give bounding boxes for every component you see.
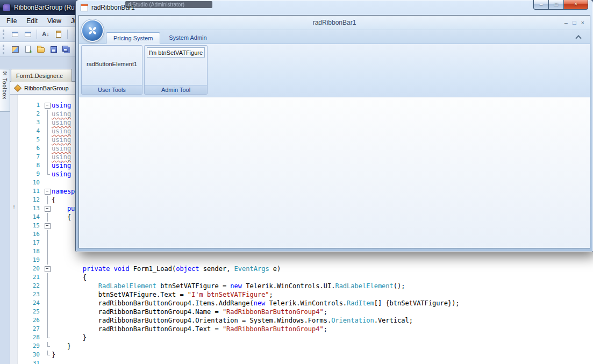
line-number: 10 [18, 179, 44, 187]
code-text[interactable]: using [52, 161, 71, 170]
code-text[interactable]: { [52, 213, 71, 222]
indicator-cell [10, 161, 18, 170]
menu-item-edit[interactable]: Edit [22, 16, 42, 26]
collapse-ribbon-chevron-icon[interactable] [576, 35, 581, 39]
code-text[interactable]: } [52, 351, 55, 359]
window-cascade-icon [12, 32, 18, 37]
code-text[interactable]: radRibbonBarButtonGroup4.Items.AddRange(… [52, 299, 460, 308]
code-line: 26radRibbonBarButtonGroup4.Orientation =… [10, 316, 593, 325]
code-line: 25radRibbonBarButtonGroup4.Name = "RadRi… [10, 308, 593, 316]
code-text[interactable]: using [52, 144, 71, 153]
code-text[interactable]: using [52, 118, 71, 127]
code-text[interactable]: } [52, 333, 87, 342]
code-text[interactable]: btnSetVATFigure.Text = "I'm btnSetVATFig… [52, 290, 273, 299]
code-text[interactable]: using [52, 110, 71, 118]
line-number: 3 [18, 118, 44, 127]
code-text[interactable]: using [52, 170, 71, 179]
toolbar-grip[interactable] [3, 45, 5, 54]
application-menu-button[interactable] [82, 20, 103, 41]
window-minimize-icon: – [540, 2, 543, 7]
code-text[interactable]: RadLabelElement btnSetVATFigure = new Te… [52, 282, 405, 290]
vs-app-icon [3, 4, 11, 12]
code-line: 29} [10, 342, 593, 351]
code-text[interactable]: using [52, 127, 71, 135]
ribbon-button-element[interactable]: radButtonElement1 [83, 61, 141, 67]
outline-collapse-icon[interactable] [44, 222, 52, 230]
outline-collapse-icon[interactable] [44, 101, 52, 110]
toolbox-icon: ⚒ [3, 71, 8, 76]
outline-margin [44, 161, 52, 170]
menu-item-view[interactable]: View [42, 16, 66, 26]
code-text[interactable]: { [52, 273, 87, 282]
window-close-icon: × [574, 2, 577, 7]
line-number: 8 [18, 161, 44, 170]
toolbox-tab[interactable]: ⚒ Toolbox [0, 69, 10, 112]
ribbon-system-buttons: –□× [565, 16, 584, 30]
add-item-button[interactable] [22, 44, 34, 55]
menu-item-file[interactable]: File [2, 16, 22, 26]
pinwheel-icon [87, 25, 98, 36]
code-text[interactable]: radRibbonBarButtonGroup4.Name = "RadRibb… [52, 308, 327, 316]
line-number: 29 [18, 342, 44, 351]
window-cascade-button[interactable] [9, 28, 21, 40]
outline-collapse-icon[interactable] [44, 265, 52, 273]
radribbonbar-window[interactable]: radRibbonBar1 d Studio (Administrator) –… [76, 0, 593, 252]
ribbon-close-button[interactable]: × [581, 20, 584, 26]
code-text[interactable]: using [52, 101, 71, 110]
sort-az-button[interactable]: A↓ [40, 28, 52, 40]
ribbon-caption-title: radRibbonBar1 [313, 19, 356, 26]
outline-collapse-icon[interactable] [44, 187, 52, 196]
save-button[interactable] [48, 44, 60, 55]
code-line: 20private void Form1_Load(object sender,… [10, 265, 593, 273]
outline-margin [44, 247, 52, 256]
document-tab-form1-designer[interactable]: Form1.Designer.c [11, 69, 72, 82]
line-number: 2 [18, 110, 44, 118]
ribbon-maximize-button[interactable]: □ [573, 20, 576, 26]
code-text[interactable]: using [52, 135, 71, 144]
line-number: 13 [18, 204, 44, 213]
paste-button[interactable] [53, 28, 65, 40]
indicator-cell [10, 299, 18, 308]
window-close-button[interactable]: × [563, 0, 588, 10]
window-maximize-button[interactable]: □ [549, 0, 563, 10]
indicator-cell [10, 118, 18, 127]
code-text[interactable]: using [52, 153, 71, 161]
code-line: 21{ [10, 273, 593, 282]
window-tile-button[interactable] [22, 28, 34, 40]
code-text[interactable]: radRibbonBarButtonGroup4.Text = "RadRibb… [52, 325, 327, 333]
ribbon-tab-pricing-system[interactable]: Pricing System [106, 32, 160, 44]
code-text[interactable]: radRibbonBarButtonGroup4.Orientation = S… [52, 316, 413, 325]
line-number: 7 [18, 153, 44, 161]
code-text[interactable]: private void Form1_Load(object sender, E… [52, 265, 281, 273]
navigation-class-name: RibbonBarGroup [24, 85, 69, 91]
ribbon-body: radButtonElement1User ToolsI'm btnSetVAT… [79, 44, 590, 97]
code-text[interactable]: } [52, 342, 71, 351]
window-caption-buttons: –□× [533, 0, 588, 10]
outline-margin [44, 273, 52, 282]
window-minimize-button[interactable]: – [533, 0, 549, 10]
indicator-cell [10, 308, 18, 316]
outline-margin [44, 196, 52, 204]
ribbon-caption-bar: radRibbonBar1 –□× [79, 16, 590, 30]
outline-collapse-icon[interactable] [44, 204, 52, 213]
open-file-button[interactable] [35, 44, 47, 55]
ribbon-minimize-button[interactable]: – [565, 20, 568, 26]
ribbon-tab-system-admin[interactable]: System Admin [162, 32, 213, 44]
indicator-cell [10, 187, 18, 196]
save-all-button[interactable] [61, 44, 73, 55]
indicator-cell [10, 153, 18, 161]
indicator-cell [10, 290, 18, 299]
code-text[interactable]: { [52, 196, 55, 204]
new-project-icon [12, 46, 19, 53]
ribbon-group-label: User Tools [82, 85, 142, 94]
indicator-cell [10, 256, 18, 265]
line-number: 25 [18, 308, 44, 316]
toolbar-grip[interactable] [3, 30, 5, 39]
outline-margin [44, 127, 52, 135]
line-number: 16 [18, 230, 44, 239]
document-tab-label: Form1.Designer.c [16, 73, 63, 79]
window-tile-icon [25, 32, 31, 37]
line-number: 15 [18, 222, 44, 230]
line-number: 20 [18, 265, 44, 273]
new-project-button[interactable] [9, 44, 21, 55]
